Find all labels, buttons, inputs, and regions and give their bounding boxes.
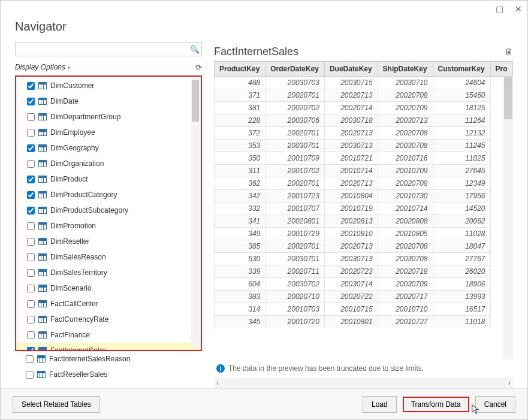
tree-checkbox[interactable] xyxy=(27,222,35,230)
tree-item[interactable]: FactResellerSales xyxy=(15,367,202,382)
tree-checkbox[interactable] xyxy=(26,355,34,363)
cell: 20010801 xyxy=(324,316,378,328)
table-row[interactable]: 36220020701200207132002070812349 xyxy=(215,177,513,190)
tree-scrollbar[interactable] xyxy=(191,79,200,348)
table-row[interactable]: 38320020710200207222002071713993 xyxy=(215,291,513,303)
cell: 20010810 xyxy=(324,228,378,240)
cell: 20020701 xyxy=(265,89,325,102)
tree-checkbox[interactable] xyxy=(27,82,35,90)
load-button[interactable]: Load xyxy=(363,396,397,413)
table-icon xyxy=(38,160,47,167)
table-row[interactable]: 22820030706200307182003071311264 xyxy=(215,114,513,127)
tree-checkbox[interactable] xyxy=(26,371,34,379)
tree-checkbox[interactable] xyxy=(27,98,35,105)
grid-vertical-scrollbar[interactable] xyxy=(503,77,513,359)
cell: 385 xyxy=(215,240,265,253)
column-header[interactable]: CustomerKey xyxy=(433,62,490,77)
table-row[interactable]: 38120020702200207142002070918125 xyxy=(215,102,513,114)
table-row[interactable]: 48820030703200307152003071024604 xyxy=(215,77,513,89)
table-icon xyxy=(38,191,47,198)
tree-item[interactable]: DimDepartmentGroup xyxy=(16,109,201,125)
maximize-icon[interactable]: ▢ xyxy=(495,5,503,13)
tree-checkbox[interactable] xyxy=(27,238,35,246)
chevron-down-icon: ▾ xyxy=(67,65,70,71)
table-row[interactable]: 33220010707200107192001071414520 xyxy=(215,203,513,215)
table-row[interactable]: 35320030701200307132003070811245 xyxy=(215,140,513,152)
cell: 20030714 xyxy=(324,278,378,291)
cell: 20030713 xyxy=(324,140,378,152)
table-row[interactable]: 38520020701200207132002070818047 xyxy=(215,240,513,253)
tree-item[interactable]: FactCurrencyRate xyxy=(16,312,201,327)
tree-item[interactable]: DimReseller xyxy=(16,234,201,249)
tree-item[interactable]: DimOrganization xyxy=(16,156,201,171)
tree-item-label: FactCallCenter xyxy=(50,300,98,308)
cell: 20030702 xyxy=(265,278,325,291)
tree-item[interactable]: FactInternetSales xyxy=(16,343,201,351)
cell: 311 xyxy=(215,165,265,177)
table-row[interactable]: 37120020701200207132002070815460 xyxy=(215,89,513,102)
column-header[interactable]: Pro xyxy=(490,62,512,77)
tree-checkbox[interactable] xyxy=(27,207,35,214)
table-row[interactable]: 60420030702200307142003070918906 xyxy=(215,278,513,291)
table-row[interactable]: 34520010720200108012001072711018 xyxy=(215,316,513,328)
tree-checkbox[interactable] xyxy=(27,253,35,261)
tree-checkbox[interactable] xyxy=(27,176,35,183)
search-box[interactable]: 🔍 xyxy=(15,42,202,56)
tree-checkbox[interactable] xyxy=(27,144,35,152)
tree-item[interactable]: FactInternetSalesReason xyxy=(15,351,202,367)
search-icon[interactable]: 🔍 xyxy=(188,45,201,54)
column-header[interactable]: OrderDateKey xyxy=(265,62,325,77)
tree-item[interactable]: DimSalesReason xyxy=(16,249,201,265)
tree-checkbox[interactable] xyxy=(27,331,35,339)
tree-item[interactable]: DimSalesTerritory xyxy=(16,265,201,280)
tree-item[interactable]: DimProduct xyxy=(16,171,201,187)
column-header[interactable]: ProductKey xyxy=(215,62,265,77)
column-header[interactable]: DueDateKey xyxy=(324,62,378,77)
select-related-tables-button[interactable]: Select Related Tables xyxy=(13,396,100,413)
table-row[interactable]: 31120010702200107142001070927645 xyxy=(215,165,513,177)
tree-checkbox[interactable] xyxy=(27,269,35,277)
table-row[interactable]: 34220010723200108042001073017956 xyxy=(215,190,513,203)
search-input[interactable] xyxy=(16,44,188,55)
cell: 20020709 xyxy=(378,102,433,114)
tree-item[interactable]: FactCallCenter xyxy=(16,296,201,312)
preview-options-icon[interactable]: 🗎 xyxy=(505,47,513,56)
tree-checkbox[interactable] xyxy=(27,129,35,137)
table-row[interactable]: 53020030701200307132003070827767 xyxy=(215,253,513,265)
table-row[interactable]: 35020010709200107212001071611025 xyxy=(215,152,513,165)
table-row[interactable]: 34920010729200108102001080511028 xyxy=(215,228,513,240)
cell: 20020711 xyxy=(265,265,325,278)
display-options-dropdown[interactable]: Display Options▾ xyxy=(15,63,70,71)
close-icon[interactable]: ✕ xyxy=(514,5,523,13)
table-row[interactable]: 34120020801200208132002080820062 xyxy=(215,215,513,228)
transform-data-button[interactable]: Transform Data xyxy=(403,397,469,412)
tree-checkbox[interactable] xyxy=(27,300,35,308)
column-header[interactable]: ShipDateKey xyxy=(378,62,433,77)
table-row[interactable]: 33920020711200207232002071826020 xyxy=(215,265,513,278)
tree-item[interactable]: DimProductSubcategory xyxy=(16,203,201,218)
tree-checkbox[interactable] xyxy=(27,191,35,199)
tree-checkbox[interactable] xyxy=(27,316,35,324)
tree-item[interactable]: DimGeography xyxy=(16,140,201,156)
tree-item[interactable]: DimPromotion xyxy=(16,218,201,234)
tree-item[interactable]: DimEmployee xyxy=(16,125,201,140)
tree-item[interactable]: DimProductCategory xyxy=(16,187,201,203)
scroll-right-icon[interactable]: › xyxy=(508,379,511,387)
scroll-left-icon[interactable]: ‹ xyxy=(216,379,219,387)
cancel-button[interactable]: Cancel xyxy=(475,396,515,413)
tree-item[interactable]: FactFinance xyxy=(16,327,201,343)
refresh-icon[interactable]: ⟳ xyxy=(195,63,202,72)
grid-horizontal-scrollbar[interactable]: ‹ › xyxy=(214,377,513,388)
tree-checkbox[interactable] xyxy=(27,113,35,121)
table-row[interactable]: 37220020701200207132002070812132 xyxy=(215,127,513,140)
cell: 20010727 xyxy=(378,316,433,328)
tree-checkbox[interactable] xyxy=(27,347,35,352)
tree-item[interactable]: DimCustomer xyxy=(16,78,201,93)
tree-checkbox[interactable] xyxy=(27,285,35,292)
cell: 371 xyxy=(215,89,265,102)
cell: 12132 xyxy=(433,127,490,140)
tree-checkbox[interactable] xyxy=(27,160,35,168)
tree-item[interactable]: DimDate xyxy=(16,93,201,109)
table-row[interactable]: 31420010703200107152001071016517 xyxy=(215,303,513,316)
tree-item[interactable]: DimScenario xyxy=(16,280,201,296)
